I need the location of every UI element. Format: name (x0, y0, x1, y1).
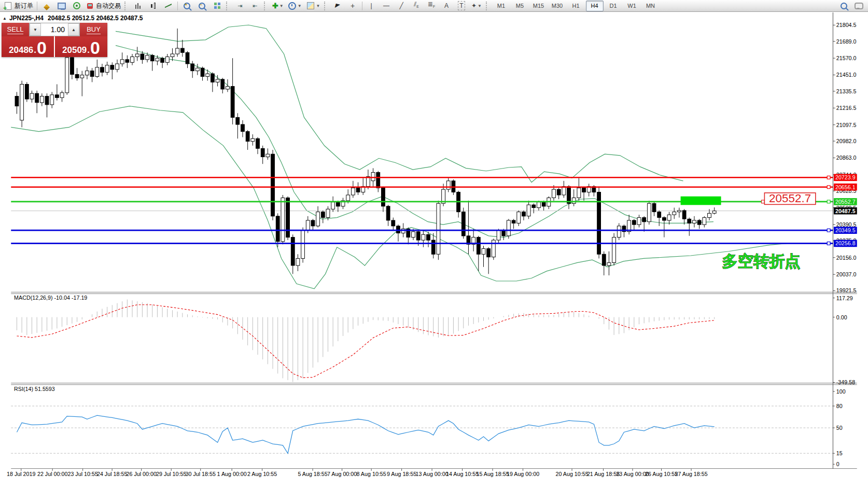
signals-button[interactable] (69, 1, 83, 11)
mt4-window: 新订单 自动交易 + − ⇥ ⇤ ✚▼ ▼ ▼ ◤ + | — ╱ ⫽E ≣F … (0, 0, 868, 490)
price-chart-svg[interactable]: 20552.7多空转折点MACD(12,26,9) -10.04 -17.19R… (0, 12, 868, 490)
crosshair-button[interactable]: + (346, 1, 360, 11)
bar-chart-button[interactable] (131, 1, 145, 11)
search-button[interactable] (837, 1, 851, 11)
templates-button[interactable]: ▼ (304, 1, 322, 11)
svg-text:26 Jul 00:00: 26 Jul 00:00 (127, 471, 157, 477)
volume-decrease-button[interactable]: ▼ (30, 23, 41, 36)
text-label-button[interactable]: T (455, 1, 469, 11)
svg-text:15: 15 (836, 450, 843, 456)
timeframe-m30-button[interactable]: M30 (549, 1, 566, 11)
profiles-button[interactable] (39, 1, 53, 11)
svg-text:21451.0: 21451.0 (836, 72, 857, 78)
crosshair-icon: + (351, 2, 355, 10)
profiles-icon (44, 1, 50, 7)
arrows-button[interactable]: ✦▼ (470, 1, 484, 11)
svg-text:80: 80 (836, 403, 843, 409)
tile-windows-icon (214, 3, 220, 9)
horizontal-line-button[interactable]: — (380, 1, 394, 11)
text-button[interactable]: A (440, 1, 454, 11)
svg-text:21804.5: 21804.5 (836, 22, 857, 28)
search-icon (841, 3, 847, 9)
svg-text:21570.0: 21570.0 (836, 55, 857, 61)
svg-text:-349.58: -349.58 (836, 379, 855, 385)
timeframe-d1-button[interactable]: D1 (605, 1, 622, 11)
tile-windows-button[interactable] (210, 1, 224, 11)
svg-text:20552.7: 20552.7 (769, 192, 811, 205)
new-order-button[interactable]: 新订单 (2, 1, 35, 11)
volume-increase-button[interactable]: ▲ (68, 23, 79, 36)
chart-shift-button[interactable]: ⇤ (248, 1, 262, 11)
buy-button[interactable]: BUY (80, 23, 107, 36)
svg-text:50: 50 (836, 425, 843, 431)
toolbar-grip (124, 2, 129, 10)
periods-button[interactable]: ▼ (286, 1, 303, 11)
toolbar-grip (226, 2, 231, 10)
timeframe-m1-button[interactable]: M1 (493, 1, 510, 11)
chevron-down-icon: ▼ (279, 4, 284, 8)
candlestick-chart-icon (150, 3, 157, 9)
auto-scroll-button[interactable]: ⇥ (233, 1, 247, 11)
svg-text:20723.9: 20723.9 (835, 174, 856, 180)
auto-trading-button[interactable]: 自动交易 (85, 1, 122, 11)
svg-text:5 Aug 18:55: 5 Aug 18:55 (298, 471, 327, 477)
separator (177, 2, 178, 10)
cursor-button[interactable]: ◤ (331, 1, 345, 11)
svg-text:0: 0 (836, 461, 839, 467)
svg-text:2 Aug 10:55: 2 Aug 10:55 (247, 471, 277, 477)
green-highlight-box[interactable] (681, 197, 721, 205)
collapse-icon[interactable]: ▲ (3, 16, 7, 21)
candlestick-chart-button[interactable] (146, 1, 160, 11)
fibonacci-button[interactable]: ≣F (425, 1, 439, 11)
signals-icon (73, 2, 80, 9)
channel-button[interactable]: ⫽E (410, 1, 424, 11)
volume-input[interactable] (41, 23, 68, 36)
toolbar-grip (264, 2, 269, 10)
indicators-button[interactable]: ✚▼ (271, 1, 285, 11)
chat-button[interactable] (852, 1, 866, 11)
terminal-button[interactable] (54, 1, 68, 11)
trendline-button[interactable]: ╱ (395, 1, 409, 11)
auto-trading-label: 自动交易 (96, 2, 121, 10)
zoom-out-icon: − (199, 3, 205, 9)
chart-shift-icon: ⇤ (253, 2, 257, 10)
timeframe-m15-button[interactable]: M15 (530, 1, 548, 11)
separator (362, 2, 362, 10)
text-label-icon: T (458, 1, 465, 10)
svg-text:19 Aug 00:00: 19 Aug 00:00 (507, 471, 539, 477)
terminal-icon (58, 3, 66, 9)
svg-text:20256.8: 20256.8 (835, 240, 856, 246)
zoom-out-button[interactable]: − (195, 1, 209, 11)
ohlc-values: 20482.5 20512.5 20462.5 20487.5 (48, 15, 143, 22)
zoom-in-icon: + (184, 3, 190, 9)
cn-annotation[interactable]: 多空转折点 (722, 253, 801, 270)
svg-text:18 Jul 2019: 18 Jul 2019 (7, 471, 35, 477)
timeframe-m5-button[interactable]: M5 (511, 1, 529, 11)
line-chart-button[interactable] (161, 1, 175, 11)
sell-button[interactable]: SELL (2, 23, 29, 36)
timeframe-h4-button[interactable]: H4 (586, 1, 604, 11)
svg-text:20037.0: 20037.0 (836, 271, 857, 277)
vertical-line-button[interactable]: | (365, 1, 379, 11)
svg-text:23 Jul 10:55: 23 Jul 10:55 (67, 471, 97, 477)
svg-text:21689.0: 21689.0 (836, 38, 857, 45)
chevron-down-icon: ▼ (316, 4, 320, 8)
svg-text:21216.5: 21216.5 (836, 105, 857, 111)
separator (37, 2, 37, 10)
trendline-icon: ╱ (399, 2, 403, 10)
chart-area[interactable]: 20552.7多空转折点MACD(12,26,9) -10.04 -17.19R… (0, 12, 868, 490)
svg-text:20656.1: 20656.1 (835, 184, 856, 190)
chevron-down-icon: ▼ (298, 4, 302, 8)
timeframe-w1-button[interactable]: W1 (623, 1, 641, 11)
buy-price[interactable]: 20509.0 (55, 36, 107, 57)
svg-text:23 Aug 00:00: 23 Aug 00:00 (616, 471, 649, 477)
sell-price[interactable]: 20486.0 (2, 36, 54, 57)
auto-scroll-icon: ⇥ (237, 2, 242, 10)
zoom-in-button[interactable]: + (180, 1, 194, 11)
svg-text:22 Jul 00:00: 22 Jul 00:00 (37, 471, 67, 477)
line-chart-icon (165, 3, 172, 9)
timeframe-h1-button[interactable]: H1 (567, 1, 585, 11)
new-order-icon (5, 2, 11, 10)
indicators-icon: ✚ (272, 2, 278, 10)
timeframe-mn-button[interactable]: MN (642, 1, 660, 11)
